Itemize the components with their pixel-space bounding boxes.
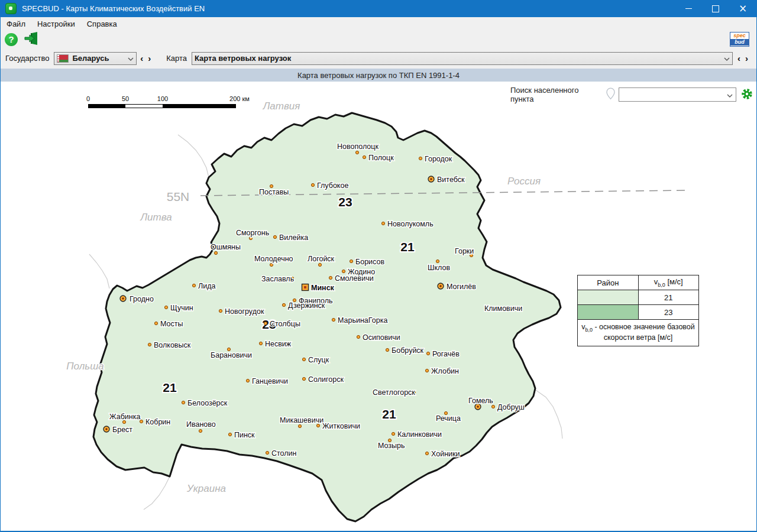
map-prev-next-buttons[interactable]: ‹› [737, 53, 753, 63]
help-icon[interactable]: ? [5, 33, 18, 46]
city-label: Минск [311, 284, 335, 292]
country-label: Государство [5, 54, 49, 63]
latitude-55n-label: 55N [167, 190, 190, 203]
menu-file[interactable]: Файл [1, 18, 31, 30]
city-marker: Солигорск [302, 375, 344, 384]
zone-value-label: 21 [400, 240, 415, 254]
zone-value-label: 21 [163, 381, 177, 394]
city-label: Бобруйск [392, 346, 424, 355]
city-label: Брест [112, 426, 132, 434]
map-title-strip: Карта ветровых нагрузок по ТКП EN 1991-1… [1, 69, 756, 82]
city-label: Хойники [431, 450, 460, 458]
legend-note: vb,0 - основное значение базовой скорост… [578, 320, 699, 346]
search-area: Поиск населенного пункта [510, 86, 753, 103]
scale-bar: 0 50 100 200 км [86, 95, 250, 108]
close-button[interactable]: × [729, 0, 756, 17]
city-label: Гомель [468, 397, 493, 405]
chevron-down-icon[interactable] [720, 54, 730, 63]
city-label: Логойск [308, 255, 335, 263]
title-bar: SPECBUD - Карты Климатических Воздействи… [1, 0, 756, 17]
country-border [93, 113, 561, 521]
city-label: МарьинаГорка [338, 316, 387, 325]
city-label: Дзержинск [288, 301, 325, 310]
city-marker: Новолукомль [381, 220, 433, 228]
city-label: Горки [455, 247, 474, 255]
city-label: Климовичи [484, 304, 522, 313]
legend-header-region: Район [578, 275, 639, 290]
svg-text:200 км: 200 км [229, 95, 250, 102]
map-value: Карта ветровых нагрузок [195, 54, 291, 63]
maximize-button[interactable] [702, 0, 729, 17]
city-label: Ошмяны [211, 243, 241, 251]
city-label: Новогрудок [225, 307, 264, 316]
city-marker: Минск [302, 284, 335, 292]
city-label: Микашевичи [280, 416, 323, 424]
city-label: Пинск [234, 431, 255, 439]
city-label: Шклов [428, 264, 450, 272]
svg-text:50: 50 [122, 95, 129, 102]
city-label: Жлобин [431, 367, 459, 375]
menu-settings[interactable]: Настройки [31, 18, 81, 30]
window-title: SPECBUD - Карты Климатических Воздействи… [22, 4, 205, 13]
city-label: Белоозёрск [187, 399, 228, 407]
city-label: Щучин [170, 304, 193, 312]
city-label: Заславль [261, 275, 294, 283]
city-marker: Житковичи [316, 422, 360, 430]
country-combobox[interactable]: Беларусь [54, 52, 137, 65]
city-marker: Смолевичи [329, 274, 373, 283]
city-label: Борисов [355, 258, 384, 266]
city-marker: Столбцы [264, 320, 300, 328]
gear-icon[interactable] [741, 88, 753, 102]
menu-help[interactable]: Справка [81, 18, 123, 30]
pin-icon [606, 87, 615, 102]
chevron-down-icon[interactable] [124, 54, 134, 63]
city-label: Вилейка [279, 233, 308, 242]
zone-value-label: 23 [338, 195, 352, 209]
city-label: Калинковичи [397, 430, 442, 439]
city-label: Гродно [130, 295, 154, 303]
city-marker: Заславль [261, 275, 294, 283]
city-label: Мозырь [378, 442, 405, 450]
legend-table: Район vb,0 [м/с] 21 23 vb,0 - основное з… [577, 275, 699, 346]
city-label: Могилёв [447, 283, 476, 291]
city-label: Слуцк [308, 356, 329, 364]
city-label: Глубокое [317, 181, 348, 190]
city-label: Рогачёв [432, 350, 460, 358]
menu-bar: Файл Настройки Справка [1, 17, 756, 31]
search-input[interactable] [619, 89, 724, 100]
city-marker: МарьинаГорка [332, 316, 387, 325]
city-label: Полоцк [368, 154, 394, 162]
legend-header-unit: vb,0 [м/с] [638, 275, 699, 290]
city-marker: Ганцевичи [246, 377, 288, 385]
city-label: Новолукомль [387, 220, 434, 228]
city-marker: Климовичи [484, 304, 522, 313]
country-prev-next-buttons[interactable]: ‹› [140, 53, 156, 63]
city-label: Столбцы [270, 320, 300, 328]
minimize-button[interactable] [675, 0, 702, 17]
exit-icon[interactable] [24, 32, 39, 47]
selector-row: Государство Беларусь ‹› Карта Карта ветр… [1, 48, 756, 69]
legend-value-23: 23 [638, 305, 699, 320]
map-combobox[interactable]: Карта ветровых нагрузок [192, 52, 733, 65]
country-label: Литва [140, 212, 172, 223]
city-marker: Хойники [425, 450, 460, 458]
city-label: Лида [198, 282, 215, 290]
city-label: Барановичи [211, 351, 252, 359]
chevron-down-icon[interactable] [724, 90, 736, 99]
city-marker: Светлогорск [373, 388, 416, 397]
city-label: Сморгонь [236, 229, 269, 237]
city-marker: Новогрудок [219, 307, 264, 316]
city-label: Молодечно [254, 255, 293, 263]
city-label: Несвиж [265, 340, 292, 348]
app-icon [5, 3, 17, 14]
country-label: Россия [507, 176, 541, 187]
city-label: Смолевичи [335, 274, 374, 283]
city-label: Иваново [186, 420, 216, 429]
city-label: Светлогорск [373, 388, 415, 397]
map-title: Карта ветровых нагрузок по ТКП EN 1991-1… [297, 71, 460, 80]
city-label: Житковичи [322, 422, 360, 430]
city-label: Городок [425, 155, 452, 163]
toolbar: ? spec bud [1, 31, 756, 48]
city-label: Речица [436, 414, 461, 423]
search-combobox[interactable] [619, 87, 736, 102]
